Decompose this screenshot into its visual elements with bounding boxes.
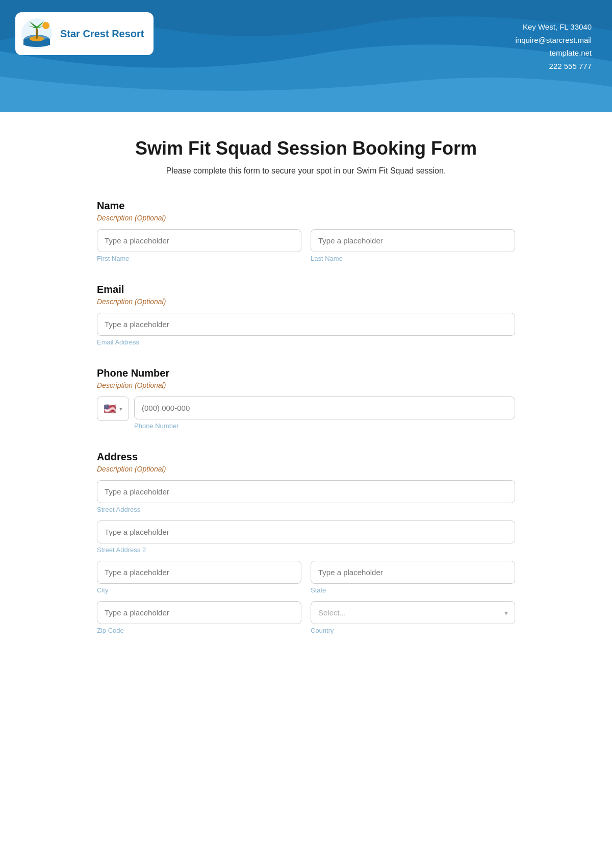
country-code-button[interactable]: 🇺🇸 ▾ <box>97 396 129 421</box>
chevron-down-icon: ▾ <box>119 406 122 412</box>
zip-input[interactable] <box>97 601 301 624</box>
address-desc: Description (Optional) <box>97 465 515 473</box>
first-name-group: First Name <box>97 229 301 262</box>
first-name-sublabel: First Name <box>97 255 301 262</box>
zip-country-row: Zip Code Select... United States United … <box>97 601 515 634</box>
form-title: Swim Fit Squad Session Booking Form <box>97 138 515 159</box>
form-subtitle: Please complete this form to secure your… <box>97 166 515 176</box>
email-section: Email Description (Optional) Email Addre… <box>97 284 515 346</box>
name-section: Name Description (Optional) First Name L… <box>97 200 515 262</box>
logo-container: Star Crest Resort <box>15 12 154 55</box>
phone-desc: Description (Optional) <box>97 381 515 389</box>
zip-group: Zip Code <box>97 601 301 634</box>
city-input[interactable] <box>97 561 301 584</box>
name-field-row: First Name Last Name <box>97 229 515 262</box>
contact-website: template.net <box>516 46 592 60</box>
phone-section: Phone Number Description (Optional) 🇺🇸 ▾… <box>97 367 515 430</box>
city-group: City <box>97 561 301 594</box>
phone-field-group: Phone Number <box>134 396 515 430</box>
state-group: State <box>311 561 515 594</box>
main-content: Swim Fit Squad Session Booking Form Plea… <box>76 112 536 697</box>
country-flag: 🇺🇸 <box>104 403 116 415</box>
logo-text: Star Crest Resort <box>60 28 144 40</box>
zip-sublabel: Zip Code <box>97 627 301 634</box>
country-select[interactable]: Select... United States United Kingdom C… <box>311 601 515 624</box>
page-header: Star Crest Resort Key West, FL 33040 inq… <box>0 0 612 112</box>
contact-phone: 222 555 777 <box>516 60 592 73</box>
city-sublabel: City <box>97 586 301 594</box>
city-state-row: City State <box>97 561 515 594</box>
first-name-input[interactable] <box>97 229 301 252</box>
contact-address: Key West, FL 33040 <box>516 20 592 34</box>
phone-label: Phone Number <box>97 367 515 379</box>
street1-sublabel: Street Address <box>97 506 515 513</box>
country-group: Select... United States United Kingdom C… <box>311 601 515 634</box>
last-name-group: Last Name <box>311 229 515 262</box>
email-sublabel: Email Address <box>97 338 515 346</box>
email-label: Email <box>97 284 515 295</box>
street-address-input[interactable] <box>97 480 515 503</box>
street2-group: Street Address 2 <box>97 520 515 554</box>
state-input[interactable] <box>311 561 515 584</box>
country-select-wrapper: Select... United States United Kingdom C… <box>311 601 515 624</box>
last-name-sublabel: Last Name <box>311 255 515 262</box>
svg-rect-4 <box>36 29 38 39</box>
email-desc: Description (Optional) <box>97 297 515 306</box>
phone-input[interactable] <box>134 396 515 419</box>
address-section: Address Description (Optional) Street Ad… <box>97 451 515 634</box>
street2-sublabel: Street Address 2 <box>97 546 515 554</box>
email-input[interactable] <box>97 313 515 336</box>
contact-email: inquire@starcrest.mail <box>516 34 592 47</box>
name-desc: Description (Optional) <box>97 214 515 222</box>
svg-point-5 <box>42 22 49 29</box>
header-contact: Key West, FL 33040 inquire@starcrest.mai… <box>516 20 592 72</box>
street1-group: Street Address <box>97 480 515 513</box>
country-sublabel: Country <box>311 627 515 634</box>
name-label: Name <box>97 200 515 212</box>
phone-sublabel: Phone Number <box>134 422 515 430</box>
email-field-group: Email Address <box>97 313 515 346</box>
street-address2-input[interactable] <box>97 520 515 543</box>
address-label: Address <box>97 451 515 463</box>
phone-row: 🇺🇸 ▾ Phone Number <box>97 396 515 430</box>
state-sublabel: State <box>311 586 515 594</box>
last-name-input[interactable] <box>311 229 515 252</box>
resort-logo-icon <box>20 17 53 50</box>
